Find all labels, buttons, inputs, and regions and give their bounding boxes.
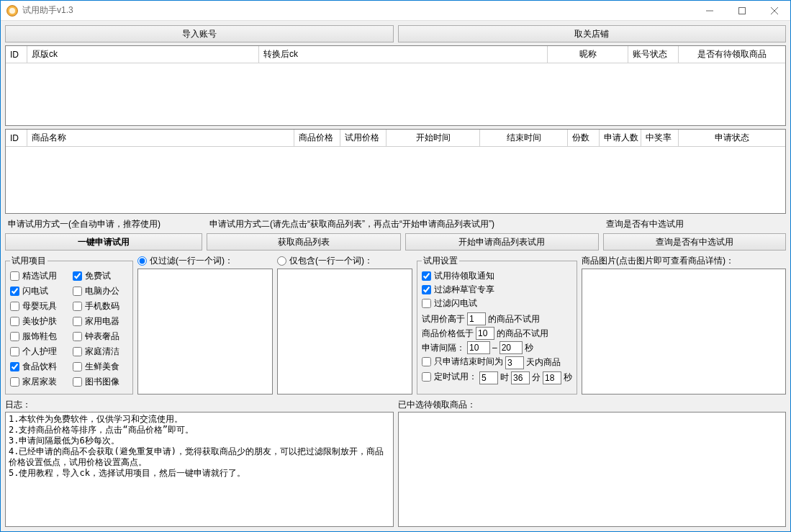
- trial-settings-group: 试用设置 试用待领取通知 过滤种草官专享 过滤闪电试 试用价高于 的商品不试用: [417, 255, 577, 395]
- only-include-radio-input[interactable]: [277, 256, 286, 266]
- categories-legend: 试用项目: [10, 255, 48, 267]
- category-checkbox[interactable]: 服饰鞋包: [10, 330, 65, 343]
- fetch-goods-button[interactable]: 获取商品列表: [207, 233, 401, 251]
- close-button[interactable]: [758, 1, 790, 21]
- col2-name[interactable]: 商品名称: [27, 130, 294, 146]
- notify-checkbox[interactable]: 试用待领取通知: [422, 270, 494, 282]
- category-checkbox-input[interactable]: [73, 287, 82, 296]
- category-checkbox[interactable]: 家庭清洁: [73, 346, 128, 358]
- category-checkbox-input[interactable]: [10, 377, 19, 387]
- col-acct-status[interactable]: 账号状态: [628, 46, 679, 63]
- only-include-radio[interactable]: 仅包含(一行一个词)：: [277, 255, 412, 267]
- category-checkbox-input[interactable]: [10, 317, 19, 326]
- maximize-button[interactable]: [726, 1, 758, 21]
- col-nick[interactable]: 昵称: [548, 46, 628, 63]
- category-checkbox[interactable]: 美妆护肤: [10, 315, 65, 328]
- filter-flash-checkbox-input[interactable]: [422, 299, 431, 308]
- end-within-checkbox[interactable]: 只申请结束时间为: [422, 356, 503, 368]
- timed-hour-input[interactable]: [479, 371, 498, 384]
- only-exclude-label: 仅过滤(一行一个词)：: [150, 255, 233, 267]
- notify-checkbox-input[interactable]: [422, 271, 431, 281]
- category-checkbox-input[interactable]: [10, 332, 19, 341]
- col-has-pending[interactable]: 是否有待领取商品: [679, 46, 785, 63]
- minimize-button[interactable]: [693, 1, 726, 21]
- timed-checkbox-input[interactable]: [422, 372, 431, 382]
- start-apply-list-button[interactable]: 开始申请商品列表试用: [405, 233, 600, 251]
- winlist-textarea[interactable]: [398, 412, 787, 527]
- interval-to-input[interactable]: [500, 341, 523, 354]
- col2-price[interactable]: 商品价格: [294, 130, 340, 146]
- col-id[interactable]: ID: [6, 46, 27, 63]
- category-checkbox-input[interactable]: [73, 377, 82, 387]
- category-checkbox[interactable]: 家用电器: [73, 315, 128, 328]
- category-checkbox-input[interactable]: [73, 362, 82, 371]
- category-checkbox-input[interactable]: [10, 271, 19, 281]
- timed-sec-input[interactable]: [543, 371, 561, 384]
- query-win-button[interactable]: 查询是否有中选试用: [603, 233, 786, 251]
- category-checkbox-input[interactable]: [73, 347, 82, 356]
- col2-winrate[interactable]: 中奖率: [641, 130, 679, 146]
- category-checkbox[interactable]: 精选试用: [10, 270, 65, 282]
- col-orig-ck[interactable]: 原版ck: [27, 46, 259, 63]
- winlist-title: 已中选待领取商品：: [398, 399, 787, 411]
- category-checkbox[interactable]: 母婴玩具: [10, 300, 65, 312]
- goods-price-below-input[interactable]: [476, 327, 494, 340]
- end-within-checkbox-input[interactable]: [422, 357, 431, 366]
- category-checkbox-input[interactable]: [10, 287, 19, 296]
- col2-applicants[interactable]: 申请人数: [600, 130, 641, 146]
- category-checkbox[interactable]: 电脑办公: [73, 285, 128, 297]
- accounts-table[interactable]: ID 原版ck 转换后ck 昵称 账号状态 是否有待领取商品: [5, 45, 786, 126]
- category-checkbox-input[interactable]: [10, 362, 19, 371]
- col2-id[interactable]: ID: [6, 130, 27, 146]
- include-words-textarea[interactable]: [277, 269, 412, 395]
- category-checkbox-input[interactable]: [10, 347, 19, 356]
- category-checkbox-input[interactable]: [73, 317, 82, 326]
- only-exclude-radio-input[interactable]: [137, 256, 147, 266]
- col2-apply-status[interactable]: 申请状态: [679, 130, 785, 146]
- goods-picture-box[interactable]: [582, 269, 786, 395]
- accounts-table-body[interactable]: [6, 63, 785, 125]
- category-checkbox[interactable]: 家居家装: [10, 376, 65, 388]
- category-checkbox[interactable]: 免费试: [73, 270, 128, 282]
- category-checkbox[interactable]: 生鲜美食: [73, 361, 128, 373]
- timed-min-input[interactable]: [511, 371, 530, 384]
- category-checkbox[interactable]: 钟表奢品: [73, 330, 128, 343]
- category-checkbox[interactable]: 食品饮料: [10, 361, 65, 373]
- trial-price-above-input[interactable]: [467, 312, 486, 325]
- category-checkbox-input[interactable]: [10, 302, 19, 311]
- category-label: 精选试用: [22, 270, 57, 282]
- only-exclude-radio[interactable]: 仅过滤(一行一个词)：: [137, 255, 273, 267]
- goods-table[interactable]: ID 商品名称 商品价格 试用价格 开始时间 结束时间 份数 申请人数 中奖率 …: [5, 129, 786, 214]
- end-within-days-input[interactable]: [505, 356, 524, 369]
- import-accounts-button[interactable]: 导入账号: [5, 25, 394, 42]
- col-conv-ck[interactable]: 转换后ck: [259, 46, 548, 63]
- filter-seed-checkbox-input[interactable]: [422, 285, 431, 294]
- unfollow-shops-button[interactable]: 取关店铺: [398, 25, 787, 42]
- one-click-apply-button[interactable]: 一键申请试用: [5, 233, 202, 251]
- client-area: 导入账号 取关店铺 ID 原版ck 转换后ck 昵称 账号状态 是否有待领取商品…: [1, 21, 790, 531]
- col2-trial-price[interactable]: 试用价格: [340, 130, 387, 146]
- category-label: 母婴玩具: [22, 300, 57, 312]
- filter-flash-checkbox[interactable]: 过滤闪电试: [422, 297, 477, 310]
- category-checkbox-input[interactable]: [73, 332, 82, 341]
- goods-table-body[interactable]: [6, 147, 785, 213]
- col2-start[interactable]: 开始时间: [387, 130, 480, 146]
- titlebar: 试用助手v1.3: [1, 1, 790, 21]
- goods-pic-label: 商品图片(点击图片即可查看商品详情)：: [582, 255, 786, 267]
- category-checkbox[interactable]: 图书图像: [73, 376, 128, 388]
- category-checkbox-input[interactable]: [73, 302, 82, 311]
- filter-seed-checkbox[interactable]: 过滤种草官专享: [422, 284, 494, 296]
- category-checkbox[interactable]: 闪电试: [10, 285, 65, 297]
- col2-end[interactable]: 结束时间: [480, 130, 568, 146]
- timed-checkbox[interactable]: 定时试用：: [422, 371, 477, 383]
- category-checkbox[interactable]: 手机数码: [73, 300, 128, 312]
- log-textarea[interactable]: 1.本软件为免费软件，仅供学习和交流使用。 2.支持商品价格等排序，点击“商品价…: [5, 412, 394, 527]
- category-checkbox-input[interactable]: [73, 271, 82, 281]
- interval-from-input[interactable]: [467, 341, 490, 354]
- col2-copies[interactable]: 份数: [568, 130, 600, 146]
- category-checkbox[interactable]: 个人护理: [10, 346, 65, 358]
- category-label: 食品饮料: [22, 361, 57, 373]
- app-icon: [6, 5, 18, 17]
- exclude-words-textarea[interactable]: [137, 269, 273, 395]
- category-label: 生鲜美食: [85, 361, 119, 373]
